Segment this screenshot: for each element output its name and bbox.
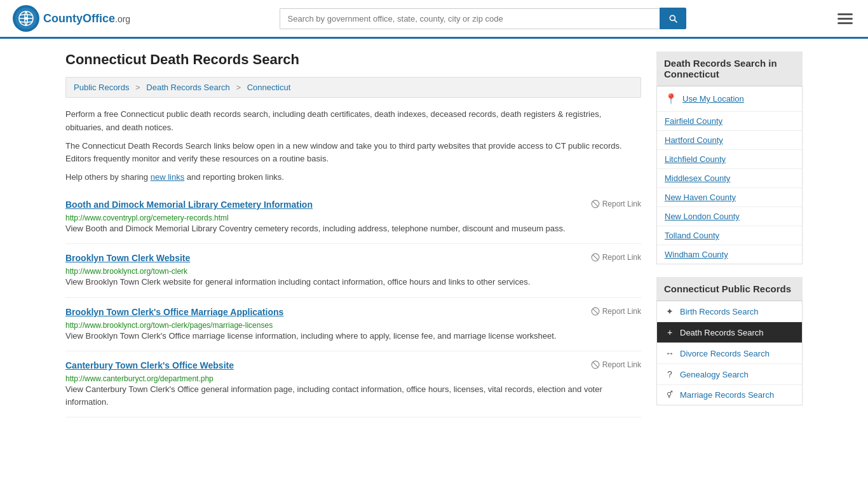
- report-label: Report Link: [602, 360, 641, 369]
- breadcrumb-separator: >: [135, 83, 142, 92]
- report-icon: [591, 307, 600, 316]
- sidebar-item-death-records[interactable]: + Death Records Search: [657, 322, 802, 343]
- page-title: Connecticut Death Records Search: [65, 51, 641, 68]
- death-records-icon: +: [665, 327, 675, 337]
- menu-line: [837, 18, 853, 20]
- logo-text: CountyOffice.org: [43, 12, 130, 25]
- content-area: Connecticut Death Records Search Public …: [65, 51, 641, 418]
- result-header: Canterbury Town Clerk's Office Website R…: [65, 360, 641, 370]
- result-desc: View Brooklyn Town Clerk website for gen…: [65, 276, 641, 288]
- sidebar: Death Records Search in Connecticut 📍 Us…: [656, 51, 803, 418]
- description-suffix: and reporting broken links.: [184, 172, 284, 182]
- sidebar-county-tolland[interactable]: Tolland County: [657, 226, 802, 245]
- search-area: [280, 8, 686, 29]
- description-para-3: Help others by sharing new links and rep…: [65, 171, 641, 184]
- result-item: Booth and Dimock Memorial Library Cemete…: [65, 191, 641, 245]
- result-desc: View Brooklyn Town Clerk's Office marria…: [65, 330, 641, 342]
- report-link-button[interactable]: Report Link: [591, 360, 641, 369]
- svg-line-8: [593, 309, 598, 314]
- sidebar-county-windham[interactable]: Windham County: [657, 245, 802, 264]
- logo-area: CountyOffice.org: [13, 5, 130, 32]
- report-link-button[interactable]: Report Link: [591, 200, 641, 208]
- svg-line-10: [593, 362, 598, 367]
- report-link-button[interactable]: Report Link: [591, 307, 641, 316]
- sidebar-county-fairfield[interactable]: Fairfield County: [657, 112, 802, 131]
- sidebar-section-title-death: Death Records Search in Connecticut: [656, 51, 803, 86]
- description-para-2: The Connecticut Death Records Search lin…: [65, 140, 641, 166]
- use-location-row: 📍 Use My Location: [657, 86, 802, 112]
- result-header: Brooklyn Town Clerk's Office Marriage Ap…: [65, 307, 641, 317]
- sidebar-item-marriage-records[interactable]: ⚥ Marriage Records Search: [657, 385, 802, 405]
- report-label: Report Link: [602, 307, 641, 316]
- breadcrumb-link-public-records[interactable]: Public Records: [74, 83, 129, 92]
- menu-line: [837, 13, 853, 15]
- report-label: Report Link: [602, 200, 641, 208]
- sidebar-link-label: Genealogy Search: [680, 370, 749, 379]
- results-list: Booth and Dimock Memorial Library Cemete…: [65, 191, 641, 418]
- result-desc: View Booth and Dimock Memorial Library C…: [65, 222, 641, 235]
- result-header: Booth and Dimock Memorial Library Cemete…: [65, 200, 641, 210]
- report-icon: [591, 253, 600, 262]
- sidebar-link-label: Divorce Records Search: [680, 349, 770, 358]
- report-link-button[interactable]: Report Link: [591, 253, 641, 262]
- sidebar-section-death-records: Death Records Search in Connecticut 📍 Us…: [656, 51, 803, 264]
- breadcrumb-link-connecticut[interactable]: Connecticut: [247, 83, 291, 92]
- result-header: Brooklyn Town Clerk Website Report Link: [65, 253, 641, 263]
- report-label: Report Link: [602, 253, 641, 262]
- sidebar-item-birth-records[interactable]: ✦ Birth Records Search: [657, 301, 802, 322]
- sidebar-item-divorce-records[interactable]: ↔ Divorce Records Search: [657, 343, 802, 364]
- svg-point-2: [25, 17, 28, 20]
- sidebar-county-middlesex[interactable]: Middlesex County: [657, 169, 802, 188]
- sidebar-county-hartford[interactable]: Hartford County: [657, 131, 802, 150]
- sidebar-county-litchfield[interactable]: Litchfield County: [657, 150, 802, 169]
- location-pin-icon: 📍: [665, 93, 677, 105]
- description-para-1: Perform a free Connecticut public death …: [65, 108, 641, 135]
- result-url[interactable]: http://www.brooklynct.org/town-clerk: [65, 267, 187, 276]
- report-icon: [591, 200, 600, 208]
- search-input[interactable]: [280, 8, 660, 29]
- use-location-link[interactable]: Use My Location: [682, 94, 744, 104]
- svg-line-4: [593, 201, 598, 207]
- divorce-records-icon: ↔: [665, 348, 675, 358]
- main-wrapper: Connecticut Death Records Search Public …: [53, 39, 815, 431]
- sidebar-link-label: Death Records Search: [680, 328, 764, 337]
- svg-line-6: [593, 255, 598, 260]
- sidebar-section-content: 📍 Use My Location Fairfield County Hartf…: [656, 86, 803, 264]
- result-title[interactable]: Brooklyn Town Clerk Website: [65, 253, 190, 263]
- description-prefix: Help others by sharing: [65, 172, 151, 182]
- birth-records-icon: ✦: [665, 306, 675, 316]
- sidebar-section-ct-records: Connecticut Public Records ✦ Birth Recor…: [656, 277, 803, 405]
- sidebar-county-new-haven[interactable]: New Haven County: [657, 188, 802, 207]
- search-icon: [668, 13, 678, 24]
- result-title[interactable]: Booth and Dimock Memorial Library Cemete…: [65, 200, 313, 210]
- sidebar-item-genealogy[interactable]: ? Genealogy Search: [657, 364, 802, 385]
- menu-line: [837, 22, 853, 24]
- result-url[interactable]: http://www.brooklynct.org/town-clerk/pag…: [65, 321, 273, 330]
- breadcrumb-separator: >: [236, 83, 243, 92]
- sidebar-link-label: Birth Records Search: [680, 307, 759, 316]
- logo-icon: [13, 5, 39, 32]
- result-url[interactable]: http://www.canterburyct.org/department.p…: [65, 374, 214, 383]
- result-desc: View Canterbury Town Clerk's Office gene…: [65, 383, 641, 408]
- result-item: Brooklyn Town Clerk Website Report Link …: [65, 244, 641, 298]
- result-url[interactable]: http://www.coventrypl.org/cemetery-recor…: [65, 214, 229, 222]
- site-header: CountyOffice.org: [0, 0, 868, 39]
- new-links-link[interactable]: new links: [151, 172, 184, 182]
- report-icon: [591, 360, 600, 369]
- breadcrumb-link-death-records[interactable]: Death Records Search: [146, 83, 230, 92]
- marriage-records-icon: ⚥: [665, 391, 675, 399]
- result-item: Brooklyn Town Clerk's Office Marriage Ap…: [65, 298, 641, 352]
- menu-button[interactable]: [835, 8, 855, 29]
- result-title[interactable]: Brooklyn Town Clerk's Office Marriage Ap…: [65, 307, 283, 317]
- genealogy-icon: ?: [665, 369, 675, 379]
- result-title[interactable]: Canterbury Town Clerk's Office Website: [65, 360, 234, 370]
- description: Perform a free Connecticut public death …: [65, 108, 641, 184]
- breadcrumb: Public Records > Death Records Search > …: [65, 77, 641, 98]
- sidebar-county-new-london[interactable]: New London County: [657, 207, 802, 226]
- search-button[interactable]: [660, 8, 686, 29]
- sidebar-section-title-ct: Connecticut Public Records: [656, 277, 803, 301]
- sidebar-records-content: ✦ Birth Records Search + Death Records S…: [656, 301, 803, 405]
- sidebar-link-label: Marriage Records Search: [680, 390, 774, 400]
- result-item: Canterbury Town Clerk's Office Website R…: [65, 351, 641, 417]
